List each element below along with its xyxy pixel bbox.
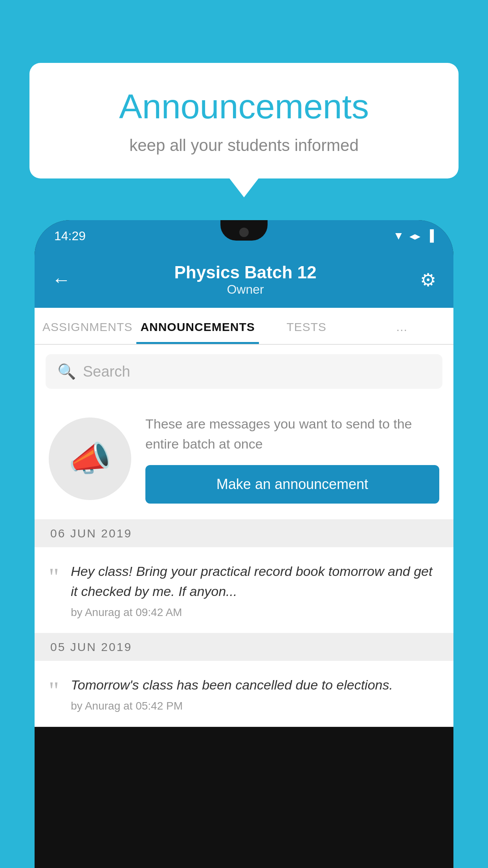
tab-assignments[interactable]: ASSIGNMENTS bbox=[39, 308, 136, 344]
announcement-item-2[interactable]: " Tomorrow's class has been cancelled du… bbox=[35, 661, 453, 727]
search-bar[interactable]: 🔍 Search bbox=[46, 354, 442, 389]
announcement-text-1: Hey class! Bring your practical record b… bbox=[71, 561, 439, 619]
batch-role: Owner bbox=[71, 282, 420, 297]
wifi-icon: ▼ bbox=[393, 230, 404, 242]
tab-tests[interactable]: TESTS bbox=[259, 308, 354, 344]
search-placeholder: Search bbox=[83, 363, 130, 380]
announcement-meta-1: by Anurag at 09:42 AM bbox=[71, 606, 439, 619]
search-icon: 🔍 bbox=[57, 363, 76, 380]
tab-more[interactable]: … bbox=[354, 308, 449, 344]
promo-icon-circle: 📣 bbox=[49, 417, 131, 500]
announcement-text-2: Tomorrow's class has been cancelled due … bbox=[71, 675, 439, 712]
announcement-message-2: Tomorrow's class has been cancelled due … bbox=[71, 675, 439, 695]
bubble-title: Announcements bbox=[61, 86, 427, 127]
status-icons: ▼ ◂▸ ▐ bbox=[393, 230, 434, 243]
back-button[interactable]: ← bbox=[52, 269, 71, 291]
batch-title: Physics Batch 12 bbox=[71, 263, 420, 282]
promo-block: 📣 These are messages you want to send to… bbox=[35, 398, 453, 520]
announcement-meta-2: by Anurag at 05:42 PM bbox=[71, 700, 439, 712]
settings-icon[interactable]: ⚙ bbox=[420, 269, 436, 291]
status-bar: 14:29 ▼ ◂▸ ▐ bbox=[35, 220, 453, 252]
battery-icon: ▐ bbox=[426, 230, 434, 242]
app-header: ← Physics Batch 12 Owner ⚙ bbox=[35, 252, 453, 308]
speech-bubble-section: Announcements keep all your students inf… bbox=[29, 63, 459, 178]
search-bar-wrap: 🔍 Search bbox=[35, 345, 453, 398]
bubble-subtitle: keep all your students informed bbox=[61, 136, 427, 155]
phone-content: 🔍 Search 📣 These are messages you want t… bbox=[35, 345, 453, 727]
tab-announcements[interactable]: ANNOUNCEMENTS bbox=[136, 308, 259, 344]
status-time: 14:29 bbox=[54, 229, 86, 243]
announcement-message-1: Hey class! Bring your practical record b… bbox=[71, 561, 439, 601]
promo-description: These are messages you want to send to t… bbox=[145, 414, 439, 454]
tabs-bar: ASSIGNMENTS ANNOUNCEMENTS TESTS … bbox=[35, 308, 453, 345]
megaphone-icon: 📣 bbox=[68, 438, 112, 479]
quote-icon-1: " bbox=[49, 565, 59, 590]
announcement-item-1[interactable]: " Hey class! Bring your practical record… bbox=[35, 547, 453, 633]
signal-icon: ◂▸ bbox=[409, 230, 420, 243]
header-title-block: Physics Batch 12 Owner bbox=[71, 263, 420, 297]
date-divider-june6: 06 JUN 2019 bbox=[35, 520, 453, 547]
phone-notch bbox=[220, 220, 268, 241]
camera-dot bbox=[239, 228, 249, 237]
quote-icon-2: " bbox=[49, 678, 59, 703]
promo-text-block: These are messages you want to send to t… bbox=[145, 414, 439, 504]
speech-bubble: Announcements keep all your students inf… bbox=[29, 63, 459, 178]
make-announcement-button[interactable]: Make an announcement bbox=[145, 465, 439, 504]
phone-mockup: 14:29 ▼ ◂▸ ▐ ← Physics Batch 12 Owner ⚙ … bbox=[35, 220, 453, 868]
date-divider-june5: 05 JUN 2019 bbox=[35, 633, 453, 661]
